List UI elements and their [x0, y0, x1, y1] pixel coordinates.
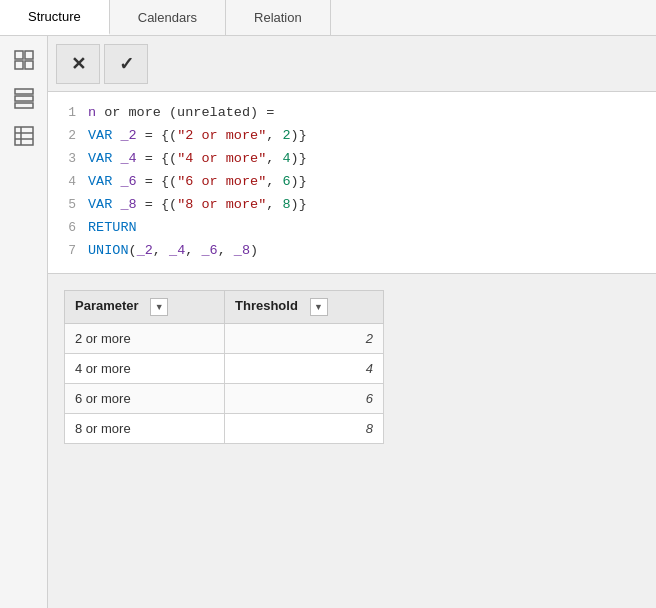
threshold-cell: 6	[225, 383, 384, 413]
main-area: ✕ ✓ 1 n or more (unrelated) = 2 VAR _2 =…	[0, 36, 656, 608]
svg-rect-1	[25, 51, 33, 59]
code-line-7: 7 UNION(_2, _4, _6, _8)	[48, 240, 656, 263]
confirm-button[interactable]: ✓	[104, 44, 148, 84]
tab-structure[interactable]: Structure	[0, 0, 110, 35]
content-area: ✕ ✓ 1 n or more (unrelated) = 2 VAR _2 =…	[48, 36, 656, 608]
code-editor[interactable]: 1 n or more (unrelated) = 2 VAR _2 = {("…	[48, 92, 656, 274]
tab-relation[interactable]: Relation	[226, 0, 331, 35]
svg-rect-5	[15, 96, 33, 101]
svg-rect-2	[15, 61, 23, 69]
left-sidebar	[0, 36, 48, 608]
parameter-cell: 8 or more	[65, 413, 225, 443]
parameter-filter-btn[interactable]: ▼	[150, 298, 168, 316]
parameter-cell: 2 or more	[65, 323, 225, 353]
svg-rect-0	[15, 51, 23, 59]
code-line-6: 6 RETURN	[48, 217, 656, 240]
threshold-cell: 2	[225, 323, 384, 353]
parameter-cell: 6 or more	[65, 383, 225, 413]
code-line-4: 4 VAR _6 = {("6 or more", 6)}	[48, 171, 656, 194]
svg-rect-3	[25, 61, 33, 69]
sidebar-icon-1[interactable]	[8, 44, 40, 76]
col-parameter-header: Parameter ▼	[65, 290, 225, 323]
tab-calendars[interactable]: Calendars	[110, 0, 226, 35]
toolbar-row: ✕ ✓	[48, 36, 656, 92]
editor-and-table: 1 n or more (unrelated) = 2 VAR _2 = {("…	[48, 92, 656, 608]
svg-rect-4	[15, 89, 33, 94]
table-row: 4 or more4	[65, 353, 384, 383]
top-tabs: Structure Calendars Relation	[0, 0, 656, 36]
table-row: 2 or more2	[65, 323, 384, 353]
data-table: Parameter ▼ Threshold ▼ 2 or more24 or m…	[64, 290, 384, 444]
code-line-2: 2 VAR _2 = {("2 or more", 2)}	[48, 125, 656, 148]
code-line-5: 5 VAR _8 = {("8 or more", 8)}	[48, 194, 656, 217]
table-row: 8 or more8	[65, 413, 384, 443]
table-area: Parameter ▼ Threshold ▼ 2 or more24 or m…	[48, 274, 656, 608]
cancel-button[interactable]: ✕	[56, 44, 100, 84]
code-line-1: 1 n or more (unrelated) =	[48, 102, 656, 125]
threshold-cell: 4	[225, 353, 384, 383]
svg-rect-7	[15, 127, 33, 145]
threshold-cell: 8	[225, 413, 384, 443]
threshold-filter-btn[interactable]: ▼	[310, 298, 328, 316]
col-threshold-header: Threshold ▼	[225, 290, 384, 323]
svg-rect-6	[15, 103, 33, 108]
sidebar-icon-3[interactable]	[8, 120, 40, 152]
code-line-3: 3 VAR _4 = {("4 or more", 4)}	[48, 148, 656, 171]
parameter-cell: 4 or more	[65, 353, 225, 383]
sidebar-icon-2[interactable]	[8, 82, 40, 114]
table-row: 6 or more6	[65, 383, 384, 413]
